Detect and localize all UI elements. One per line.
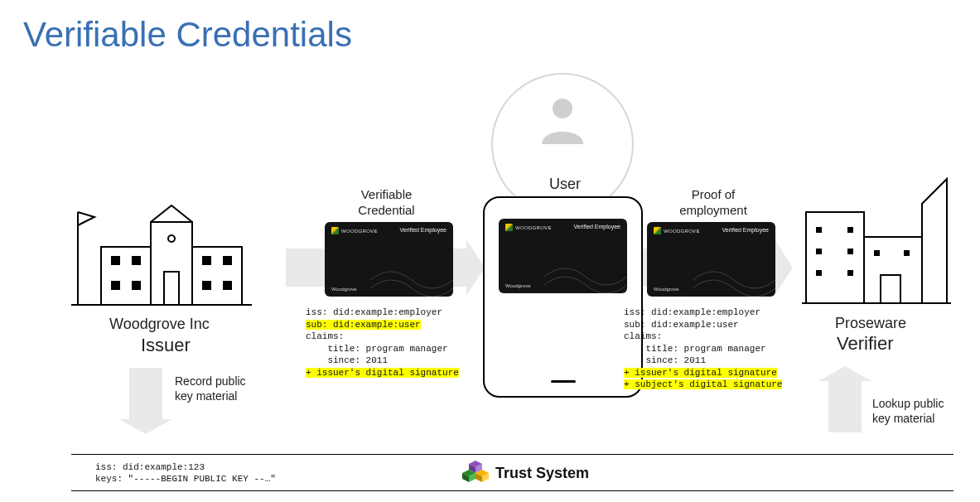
code-line: claims: <box>624 331 662 341</box>
code-line-highlight: + issuer's digital signature <box>624 368 777 378</box>
svg-rect-11 <box>203 282 210 289</box>
card-wave-icon <box>370 247 453 297</box>
svg-rect-12 <box>224 282 231 289</box>
svg-rect-21 <box>816 249 822 254</box>
svg-rect-25 <box>874 250 880 256</box>
issuer-role: Issuer <box>141 335 191 356</box>
trust-system: Trust System <box>462 461 589 485</box>
svg-rect-26 <box>904 250 910 256</box>
phone-card: WOODGROVE Verified Employee Woodgrove <box>499 219 627 293</box>
svg-rect-22 <box>847 249 853 254</box>
svg-rect-24 <box>847 270 853 276</box>
vc-card: WOODGROVE Verified Employee Woodgrove <box>325 222 453 297</box>
code-line-highlight: + subject's digital signature <box>624 379 782 389</box>
phone-home-indicator <box>551 380 576 383</box>
card-logo-icon <box>505 224 513 231</box>
svg-rect-3 <box>164 272 179 305</box>
card-footer: Woodgrove <box>505 283 531 288</box>
svg-rect-23 <box>816 270 822 276</box>
code-line: since: 2011 <box>306 355 388 365</box>
svg-rect-5 <box>112 257 119 264</box>
code-line-highlight: sub: did:example:user <box>306 320 421 330</box>
trust-divider-bottom <box>71 490 953 491</box>
verifier-building-icon <box>798 162 955 311</box>
arrow-verifier-up <box>828 381 862 432</box>
cubes-icon <box>462 461 489 485</box>
arrow-issuer-down <box>129 368 162 419</box>
svg-rect-1 <box>192 247 242 305</box>
svg-point-15 <box>553 99 572 118</box>
proof-label: Proof of employment <box>668 186 759 218</box>
code-line: claims: <box>306 331 344 341</box>
svg-rect-8 <box>133 282 140 289</box>
record-label: Record public key material <box>175 374 246 403</box>
code-line-highlight: + issuer's digital signature <box>306 368 459 378</box>
trust-label: Trust System <box>495 465 589 482</box>
user-label: User <box>548 176 582 193</box>
proof-payload: iss: did:example:employer sub: did:examp… <box>624 307 782 391</box>
card-title: Verified Employee <box>722 227 769 233</box>
svg-rect-9 <box>203 257 210 264</box>
svg-rect-19 <box>816 227 822 233</box>
code-line: sub: did:example:user <box>624 320 739 330</box>
card-brand: WOODGROVE <box>341 229 378 234</box>
code-line: iss: did:example:employer <box>306 307 442 317</box>
code-line: title: program manager <box>306 344 448 354</box>
trust-record: iss: did:example:123 keys: "-----BEGIN P… <box>95 461 276 485</box>
verifier-role: Verifier <box>837 333 893 355</box>
svg-rect-16 <box>806 212 864 303</box>
svg-rect-17 <box>864 237 922 303</box>
card-brand: WOODGROVE <box>664 229 700 234</box>
card-logo-icon <box>331 227 339 234</box>
user-icon <box>540 96 585 146</box>
code-line: iss: did:example:employer <box>624 307 760 317</box>
card-title: Verified Employee <box>574 224 620 229</box>
issuer-name: Woodgrove Inc <box>109 316 210 333</box>
card-footer: Woodgrove <box>331 287 357 292</box>
svg-rect-10 <box>224 257 231 264</box>
card-wave-icon <box>693 247 775 297</box>
card-title: Verified Employee <box>400 227 447 233</box>
code-line: since: 2011 <box>624 355 706 365</box>
vc-payload: iss: did:example:employer sub: did:examp… <box>306 307 459 379</box>
card-footer: Woodgrove <box>654 287 679 292</box>
issuer-building-icon <box>60 172 254 313</box>
svg-rect-18 <box>881 275 900 303</box>
page-title: Verifiable Credentials <box>23 15 352 55</box>
lookup-label: Lookup public key material <box>872 396 944 426</box>
svg-rect-20 <box>847 227 853 233</box>
svg-point-4 <box>168 235 175 242</box>
svg-rect-7 <box>112 282 119 289</box>
card-logo-icon <box>654 227 661 234</box>
code-line: title: program manager <box>624 344 766 354</box>
card-wave-icon <box>544 244 627 293</box>
verifier-name: Proseware <box>835 315 906 332</box>
svg-rect-6 <box>133 257 140 264</box>
card-brand: WOODGROVE <box>515 225 552 230</box>
proof-card: WOODGROVE Verified Employee Woodgrove <box>647 222 775 297</box>
trust-divider-top <box>71 454 953 455</box>
svg-rect-0 <box>101 247 151 305</box>
vc-label: Verifiable Credential <box>347 186 426 218</box>
